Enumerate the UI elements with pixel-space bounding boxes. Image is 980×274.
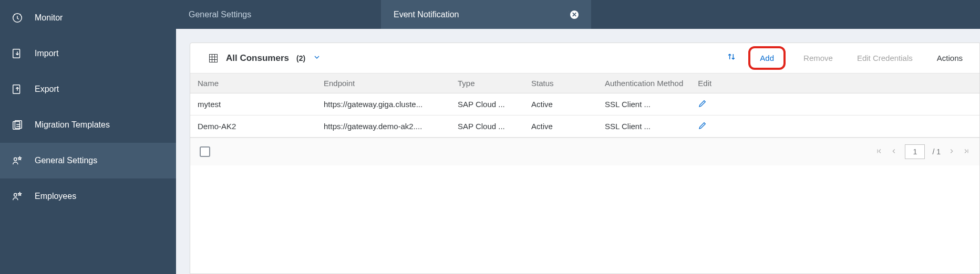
cell-type: SAP Cloud ... [450, 115, 524, 138]
tab-bar: General Settings Event Notification ✕ [176, 0, 980, 29]
sidebar-item-employees[interactable]: Employees [0, 178, 176, 214]
svg-point-6 [14, 194, 17, 197]
tab-label: General Settings [189, 10, 251, 19]
pagination: / 1 [875, 144, 970, 159]
cell-name: mytest [190, 93, 316, 115]
table-row[interactable]: mytest https://gateway.giga.cluste... SA… [190, 93, 979, 115]
prev-page-icon[interactable] [890, 147, 898, 156]
first-page-icon[interactable] [875, 147, 883, 156]
tab-label: Event Notification [394, 10, 459, 19]
col-header-edit[interactable]: Edit [690, 73, 817, 93]
add-button[interactable]: Add [748, 46, 786, 70]
edit-icon[interactable] [698, 123, 707, 132]
edit-icon[interactable] [698, 101, 707, 110]
employees-icon [12, 191, 23, 202]
toolbar: All Consumers (2) Add Remove Edit Creden… [190, 43, 979, 73]
chevron-down-icon[interactable] [313, 53, 321, 63]
sidebar-item-migration-templates[interactable]: Migration Templates [0, 107, 176, 143]
page-number-input[interactable] [905, 144, 925, 159]
sidebar-label: General Settings [35, 156, 97, 165]
main-area: General Settings Event Notification ✕ Al… [176, 0, 980, 274]
remove-button[interactable]: Remove [797, 50, 839, 66]
svg-rect-7 [210, 54, 218, 62]
sidebar: Monitor Import Export Migration Template… [0, 0, 176, 274]
tab-general-settings[interactable]: General Settings [176, 0, 381, 29]
templates-icon [12, 119, 23, 131]
cell-status: Active [524, 93, 597, 115]
consumers-table: Name Endpoint Type Status Authentication… [190, 73, 979, 138]
page-total: / 1 [932, 147, 941, 156]
toolbar-title: All Consumers [226, 53, 289, 64]
col-header-type[interactable]: Type [450, 73, 524, 93]
col-header-status[interactable]: Status [524, 73, 597, 93]
close-icon[interactable]: ✕ [570, 10, 579, 19]
table-footer: / 1 [190, 138, 979, 165]
import-icon [12, 48, 23, 59]
col-header-auth[interactable]: Authentication Method [597, 73, 690, 93]
sort-icon[interactable] [726, 51, 737, 65]
cell-type: SAP Cloud ... [450, 93, 524, 115]
table-row[interactable]: Demo-AK2 https://gateway.demo-ak2.... SA… [190, 115, 979, 138]
next-page-icon[interactable] [948, 147, 955, 156]
actions-button[interactable]: Actions [931, 50, 969, 66]
export-icon [12, 83, 23, 95]
col-header-endpoint[interactable]: Endpoint [316, 73, 450, 93]
sidebar-label: Export [35, 85, 59, 94]
sidebar-item-monitor[interactable]: Monitor [0, 0, 176, 36]
edit-credentials-button[interactable]: Edit Credentials [851, 50, 919, 66]
cell-status: Active [524, 115, 597, 138]
sidebar-label: Import [35, 49, 58, 58]
people-star-icon [12, 155, 23, 166]
select-all-checkbox[interactable] [200, 146, 210, 157]
grid-icon[interactable] [208, 53, 219, 64]
cell-edit [690, 93, 817, 115]
cell-endpoint: https://gateway.giga.cluste... [316, 93, 450, 115]
sidebar-item-import[interactable]: Import [0, 36, 176, 71]
cell-edit [690, 115, 817, 138]
col-header-name[interactable]: Name [190, 73, 316, 93]
sidebar-item-export[interactable]: Export [0, 71, 176, 107]
svg-point-5 [14, 158, 17, 161]
last-page-icon[interactable] [963, 147, 970, 156]
svg-rect-2 [13, 85, 20, 94]
cell-auth: SSL Client ... [597, 115, 690, 138]
cell-name: Demo-AK2 [190, 115, 316, 138]
cell-endpoint: https://gateway.demo-ak2.... [316, 115, 450, 138]
sidebar-label: Migration Templates [35, 120, 110, 130]
clock-icon [12, 12, 23, 24]
table-header-row: Name Endpoint Type Status Authentication… [190, 73, 979, 93]
toolbar-count: (2) [296, 54, 305, 62]
cell-auth: SSL Client ... [597, 93, 690, 115]
sidebar-item-general-settings[interactable]: General Settings [0, 143, 176, 178]
content-panel: All Consumers (2) Add Remove Edit Creden… [190, 43, 980, 274]
sidebar-label: Monitor [35, 13, 63, 23]
sidebar-label: Employees [35, 192, 76, 201]
tab-event-notification[interactable]: Event Notification ✕ [381, 0, 591, 29]
